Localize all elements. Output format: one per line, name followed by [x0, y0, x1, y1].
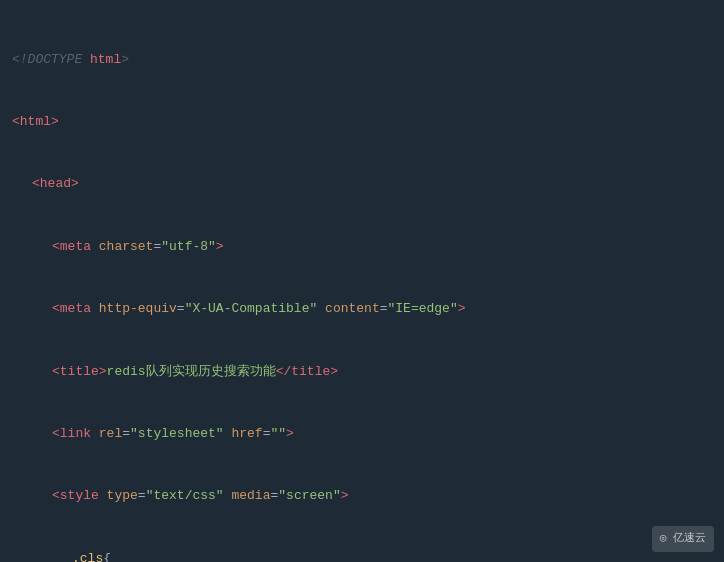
line-head-open: <head> [12, 174, 712, 195]
line-style-open: <style type="text/css" media="screen"> [12, 486, 712, 507]
line-css-selector: .cls{ [12, 549, 712, 562]
line-doctype: <!DOCTYPE html> [12, 50, 712, 71]
line-meta-charset: <meta charset="utf-8"> [12, 237, 712, 258]
watermark: ◎ 亿速云 [652, 526, 714, 552]
line-title: <title>redis队列实现历史搜索功能</title> [12, 362, 712, 383]
line-meta-http: <meta http-equiv="X-UA-Compatible" conte… [12, 299, 712, 320]
code-editor: <!DOCTYPE html> <html> <head> <meta char… [12, 8, 712, 562]
watermark-icon: ◎ [660, 532, 667, 544]
watermark-text: 亿速云 [673, 532, 706, 544]
line-link: <link rel="stylesheet" href=""> [12, 424, 712, 445]
line-html-open: <html> [12, 112, 712, 133]
